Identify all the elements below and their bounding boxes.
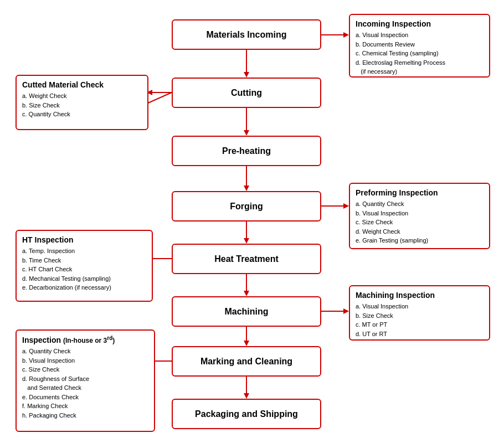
preforming-inspection-items: a. Quantity Check b. Visual Inspection c… — [356, 199, 484, 245]
svg-marker-5 — [244, 186, 249, 191]
svg-marker-11 — [244, 341, 249, 346]
heat-treatment-box: Heat Treatment — [172, 244, 321, 274]
pre-heating-label: Pre-heating — [222, 146, 271, 156]
flow-diagram: Materials Incoming Cutting Pre-heating F… — [0, 0, 504, 443]
machining-inspection-title: Machining Inspection — [356, 291, 484, 300]
forging-label: Forging — [230, 202, 263, 212]
packaging-shipping-label: Packaging and Shipping — [195, 409, 298, 419]
marking-cleaning-label: Marking and Cleaning — [200, 357, 292, 367]
final-inspection-box: Inspection (In-house or 3rd) a. Quantity… — [16, 329, 155, 432]
marking-cleaning-box: Marking and Cleaning — [172, 346, 321, 377]
machining-inspection-items: a. Visual Inspection b. Size Check c. MT… — [356, 302, 484, 338]
ht-inspection-items: a. Temp. Inspection b. Time Check c. HT … — [22, 246, 146, 292]
svg-marker-1 — [244, 72, 249, 78]
svg-marker-7 — [244, 238, 249, 244]
packaging-shipping-box: Packaging and Shipping — [172, 399, 321, 429]
final-inspection-items: a. Quantity Check b. Visual Inspection c… — [22, 347, 148, 420]
incoming-inspection-items: a. Visual Inspection b. Documents Review… — [356, 30, 484, 76]
svg-marker-25 — [343, 308, 349, 314]
cutted-material-items: a. Weight Check b. Size Check c. Quantit… — [22, 91, 142, 119]
machining-box: Machining — [172, 296, 321, 327]
materials-incoming-label: Materials Incoming — [207, 30, 287, 40]
preforming-inspection-title: Preforming Inspection — [356, 188, 484, 197]
svg-marker-15 — [343, 32, 349, 38]
preforming-inspection-box: Preforming Inspection a. Quantity Check … — [349, 183, 490, 249]
heat-treatment-label: Heat Treatment — [214, 254, 279, 264]
machining-inspection-box: Machining Inspection a. Visual Inspectio… — [349, 285, 490, 341]
svg-marker-3 — [244, 130, 249, 136]
machining-label: Machining — [224, 307, 268, 317]
forging-box: Forging — [172, 191, 321, 222]
svg-marker-21 — [343, 203, 349, 209]
cutting-box: Cutting — [172, 78, 321, 108]
cutted-material-title: Cutted Material Check — [22, 80, 142, 89]
svg-line-16 — [147, 92, 172, 104]
materials-incoming-box: Materials Incoming — [172, 19, 321, 50]
ht-inspection-box: HT Inspection a. Temp. Inspection b. Tim… — [16, 230, 153, 302]
incoming-inspection-box: Incoming Inspection a. Visual Inspection… — [349, 14, 490, 78]
svg-marker-9 — [244, 291, 249, 296]
cutted-material-check-box: Cutted Material Check a. Weight Check b.… — [16, 75, 148, 130]
pre-heating-box: Pre-heating — [172, 136, 321, 166]
incoming-inspection-title: Incoming Inspection — [356, 19, 484, 28]
cutting-label: Cutting — [231, 88, 262, 98]
svg-marker-13 — [244, 393, 249, 399]
final-inspection-title: Inspection (In-house or 3rd) — [22, 335, 148, 344]
ht-inspection-title: HT Inspection — [22, 235, 146, 244]
